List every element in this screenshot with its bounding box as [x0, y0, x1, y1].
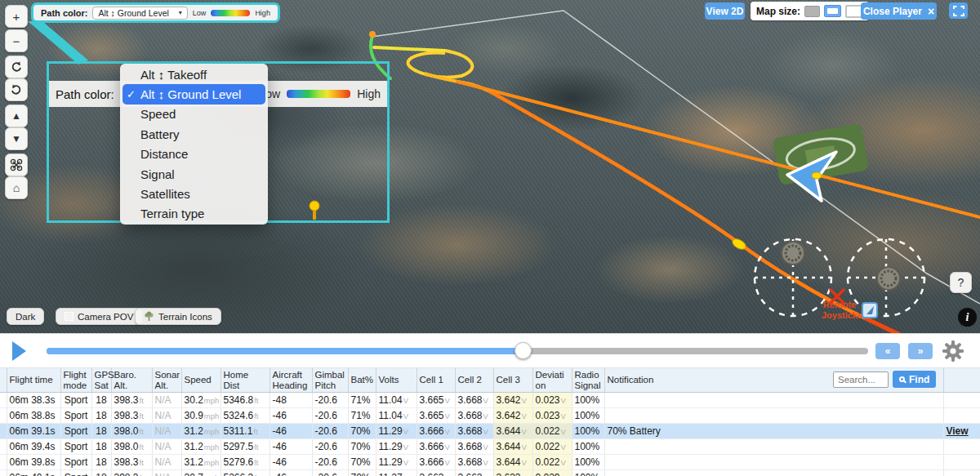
table-row[interactable]: 06m 38.3sSport18398.3ftN/A30.2mph5346.8f… [0, 393, 980, 408]
table-row[interactable]: 06m 38.8sSport18398.3ftN/A30.9mph5324.6f… [0, 408, 980, 424]
table-cell: 398.3ft [111, 408, 152, 424]
table-cell: -20.6 [312, 470, 348, 476]
rotate-ccw-button[interactable] [5, 56, 28, 78]
menu-item-speed[interactable]: Speed [122, 105, 265, 124]
row-gutter [0, 408, 7, 424]
path-color-label: Path color: [41, 8, 87, 18]
map-size-small-button[interactable] [804, 6, 820, 17]
map-3d-view[interactable]: Remote Joysticks + − [0, 0, 980, 333]
table-cell: Sport [60, 393, 91, 408]
col-header-cell-1: Cell 1 [416, 368, 455, 393]
menu-item-signal[interactable]: Signal [122, 164, 265, 184]
table-cell: 5311.1ft [220, 424, 270, 439]
table-cell: -46 [270, 439, 312, 455]
view-2d-button[interactable]: View 2D [705, 2, 745, 20]
help-button[interactable]: ? [950, 272, 972, 293]
table-cell: 11.29V [376, 455, 416, 470]
tilt-up-button[interactable]: ▲ [5, 105, 28, 127]
table-row[interactable]: 06m 39.1sSport18398.0ftN/A31.2mph5311.1f… [0, 424, 980, 439]
table-cell: Sport [60, 424, 91, 439]
zoom-in-button[interactable]: + [5, 5, 28, 28]
table-cell: 71% [348, 408, 376, 424]
rotate-cw-button[interactable] [5, 78, 28, 101]
row-gutter [0, 470, 7, 476]
skip-back-button[interactable]: « [875, 343, 900, 359]
close-player-button[interactable]: Close Player × [861, 2, 937, 20]
table-row[interactable]: 06m 39.4sSport18398.0ftN/A31.2mph5297.5f… [0, 439, 980, 455]
legend-low-label: Low [193, 9, 207, 17]
table-cell: 06m 39.8s [7, 455, 60, 470]
skip-forward-button[interactable]: » [908, 343, 933, 359]
menu-item-label: Signal [140, 167, 175, 181]
menu-item-distance[interactable]: Distance [122, 145, 265, 164]
table-cell: 398.3ft [111, 393, 152, 408]
info-button[interactable]: i [958, 308, 977, 327]
table-cell: 3.665V [416, 408, 455, 424]
dark-mode-button[interactable]: Dark [7, 308, 44, 325]
home-button[interactable]: ⌂ [5, 176, 28, 199]
menu-item-alt-takeoff[interactable]: Alt ↕ Takeoff [122, 65, 265, 84]
table-cell [604, 439, 943, 455]
table-cell: -20.6 [312, 393, 348, 408]
color-gradient-legend [211, 10, 250, 16]
col-header-flight-mode: Flight mode [60, 368, 91, 393]
fullscreen-button[interactable] [949, 2, 968, 19]
rotate-cw-icon [10, 83, 23, 96]
col-header-aircraft-heading: Aircraft Heading [270, 368, 312, 393]
menu-item-label: Battery [140, 127, 180, 141]
table-cell: 3.666V [416, 424, 455, 439]
table-cell: 5346.8ft [220, 393, 270, 408]
col-header-deviation: Deviation [532, 368, 572, 393]
table-cell: 06m 40.1s [7, 470, 60, 476]
menu-item-terrain-type[interactable]: Terrain type [122, 204, 265, 224]
search-icon [899, 376, 905, 382]
table-cell: 70% Battery [604, 424, 943, 439]
color-gradient-legend-large [287, 90, 350, 98]
play-button[interactable] [12, 341, 26, 361]
table-cell: 100% [572, 439, 604, 455]
legend-high-label: High [255, 9, 270, 17]
find-button[interactable]: Find [893, 371, 936, 388]
view-link[interactable]: View [947, 425, 969, 437]
table-cell: -46 [270, 455, 312, 470]
table-cell: Sport [60, 439, 91, 455]
menu-item-battery[interactable]: Battery [122, 124, 265, 144]
search-input[interactable] [833, 371, 889, 388]
table-cell: 06m 38.8s [7, 408, 60, 424]
menu-item-satellites[interactable]: Satellites [122, 184, 265, 203]
plant-icon [144, 311, 154, 322]
drone-center-button[interactable] [5, 153, 28, 176]
drone-icon [10, 158, 23, 171]
terrain-icons-button[interactable]: Terrain Icons [135, 308, 221, 325]
path-color-select[interactable]: Alt ↕ Ground Level ▾ [92, 7, 187, 20]
tilt-down-button[interactable]: ▼ [5, 127, 28, 150]
zoom-out-button[interactable]: − [5, 29, 28, 52]
table-cell: Sport [60, 455, 91, 470]
view-col-header [943, 368, 980, 393]
map-size-medium-button[interactable] [824, 5, 841, 17]
table-cell: -20.6 [312, 455, 348, 470]
table-cell: 0.029V [532, 470, 572, 476]
table-cell: 3.644V [493, 455, 532, 470]
table-cell: 30.9mph [181, 408, 220, 424]
table-cell: 70% [348, 424, 376, 439]
timeline-thumb[interactable] [514, 342, 532, 359]
table-cell: 3.668V [455, 424, 493, 439]
panel-legend: Low High [260, 81, 381, 107]
table-cell: 11.29V [376, 439, 416, 455]
view-cell [943, 455, 980, 470]
table-cell: 100% [572, 424, 604, 439]
camera-pov-button[interactable]: Camera POV [56, 308, 142, 325]
table-cell: -46 [270, 424, 312, 439]
table-cell: 0.022V [532, 455, 572, 470]
table-cell: 3.642V [493, 393, 532, 408]
playback-bar: « » [0, 333, 980, 367]
menu-item-alt-ground-level[interactable]: ✓Alt ↕ Ground Level [122, 84, 265, 104]
timeline-track[interactable] [47, 348, 868, 354]
table-cell: 31.2mph [181, 455, 220, 470]
settings-button[interactable] [941, 339, 965, 363]
table-row[interactable]: 06m 40.1sSport18398.3ftN/A30.7mph5266.3f… [0, 470, 980, 476]
table-row[interactable]: 06m 39.8sSport18398.3ftN/A31.2mph5279.6f… [0, 455, 980, 470]
table-cell: 398.0ft [111, 439, 152, 455]
table-cell: 3.633V [493, 470, 532, 476]
